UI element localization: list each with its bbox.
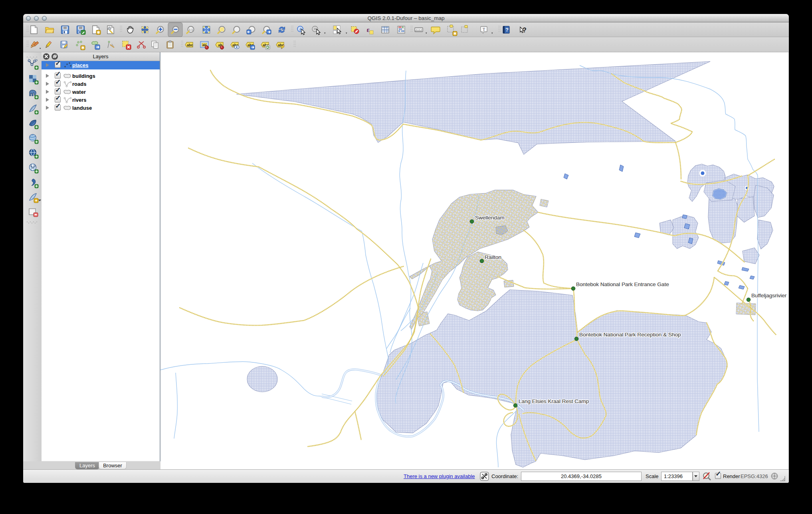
svg-text:abc: abc (187, 43, 193, 47)
svg-text:Swellendam: Swellendam (475, 215, 505, 221)
svg-text:1:1: 1:1 (189, 28, 193, 31)
svg-text:Bontebok National Park Entranc: Bontebok National Park Entrance Gate (576, 281, 669, 287)
svg-text:ε: ε (366, 26, 369, 34)
svg-text:Railton: Railton (485, 254, 501, 260)
svg-text:Buffeljagsrivier: Buffeljagsrivier (751, 293, 787, 299)
svg-text:?: ? (505, 27, 509, 33)
svg-text:Lang Elsies Kraal Rest Camp: Lang Elsies Kraal Rest Camp (519, 398, 589, 404)
svg-text:T: T (483, 27, 485, 32)
svg-text:Bontebok National Park Recepti: Bontebok National Park Reception & Shop (579, 332, 681, 338)
svg-text:?: ? (523, 27, 527, 34)
